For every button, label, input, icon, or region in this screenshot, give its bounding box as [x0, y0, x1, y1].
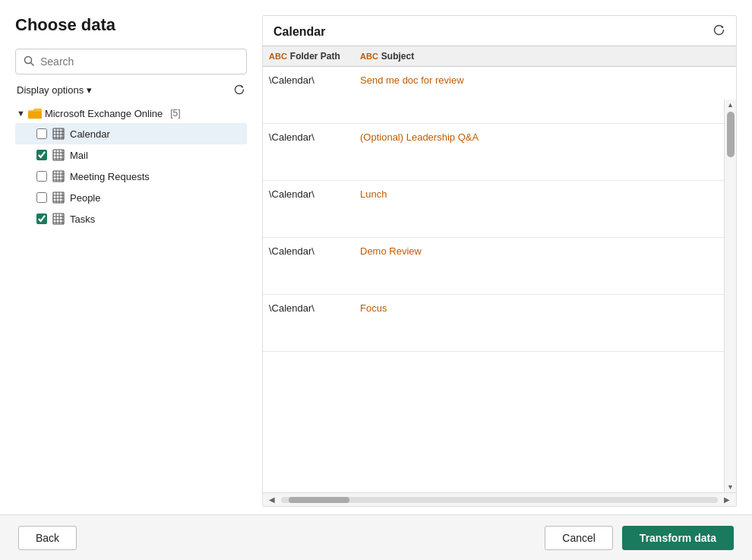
table-body: \Calendar\ Send me doc for review \Calen… — [263, 67, 736, 492]
cell-folder-path: \Calendar\ — [263, 131, 354, 143]
cell-subject: Demo Review — [354, 245, 736, 257]
scroll-up-arrow[interactable]: ▲ — [727, 100, 734, 109]
data-table: ABC Folder Path ABC Subject \Calendar\ S… — [263, 46, 736, 506]
col-header-folder-path: ABC Folder Path — [263, 51, 354, 62]
checkbox-people[interactable] — [36, 192, 47, 203]
search-icon — [24, 55, 34, 68]
left-panel: Choose data Display options ▾ — [15, 15, 247, 507]
abc-icon-subject: ABC — [360, 52, 378, 61]
display-options-button[interactable]: Display options ▾ — [17, 84, 92, 96]
scroll-track[interactable] — [281, 497, 718, 503]
tree-item-people-label: People — [70, 192, 100, 204]
checkbox-tasks[interactable] — [36, 214, 47, 224]
table-row: \Calendar\ Demo Review — [263, 238, 736, 295]
table-icon-mail — [52, 148, 65, 162]
table-header: ABC Folder Path ABC Subject — [263, 46, 736, 67]
v-scroll-thumb[interactable] — [727, 112, 735, 157]
table-icon-meeting-requests — [52, 169, 65, 183]
table-icon-calendar — [52, 127, 65, 141]
col-header-subject: ABC Subject — [354, 51, 724, 62]
col-header-folder-path-label: Folder Path — [290, 51, 340, 62]
cell-subject: Lunch — [354, 188, 736, 200]
tree-item-meeting-requests[interactable]: Meeting Requests — [15, 166, 247, 187]
table-row: \Calendar\ Lunch — [263, 181, 736, 238]
panel-refresh-button[interactable] — [713, 24, 725, 40]
tree-area: ▼ Microsoft Exchange Online [5] — [15, 103, 247, 507]
scroll-left-arrow[interactable]: ◀ — [266, 495, 278, 504]
horizontal-scrollbar[interactable]: ◀ ▶ — [263, 492, 736, 506]
table-row: \Calendar\ Focus — [263, 295, 736, 352]
cell-folder-path: \Calendar\ — [263, 74, 354, 86]
display-options-label: Display options — [17, 84, 84, 96]
search-input[interactable] — [40, 55, 239, 68]
page-title: Choose data — [15, 15, 247, 35]
right-panel: Calendar ABC Folder Path ABC Subject — [262, 15, 737, 507]
tree-item-tasks-label: Tasks — [70, 214, 95, 225]
tree-root-badge: [5] — [170, 108, 180, 119]
cell-folder-path: \Calendar\ — [263, 245, 354, 257]
checkbox-mail[interactable] — [36, 150, 47, 160]
left-panel-refresh-button[interactable] — [233, 84, 245, 96]
checkbox-meeting-requests[interactable] — [36, 171, 47, 182]
scroll-thumb[interactable] — [289, 497, 349, 503]
footer: Back Cancel Transform data — [0, 514, 752, 560]
tree-item-tasks[interactable]: Tasks — [15, 208, 247, 229]
tree-item-calendar[interactable]: Calendar — [15, 123, 247, 144]
transform-data-button[interactable]: Transform data — [622, 526, 734, 550]
display-options-row: Display options ▾ — [15, 81, 247, 99]
tree-item-mail-label: Mail — [70, 150, 88, 161]
table-icon-tasks — [52, 212, 65, 226]
cell-subject: (Optional) Leadership Q&A — [354, 131, 736, 143]
svg-line-1 — [31, 62, 34, 65]
tree-collapse-arrow: ▼ — [17, 109, 25, 118]
vertical-scrollbar[interactable]: ▲ ▼ — [724, 100, 736, 492]
cancel-button[interactable]: Cancel — [545, 526, 613, 550]
cell-subject: Send me doc for review — [354, 74, 736, 86]
svg-rect-2 — [28, 110, 42, 119]
tree-item-meeting-requests-label: Meeting Requests — [70, 171, 150, 182]
tree-item-mail[interactable]: Mail — [15, 144, 247, 166]
tree-root-label: Microsoft Exchange Online — [45, 108, 163, 119]
chevron-down-icon: ▾ — [87, 84, 92, 96]
scroll-right-arrow[interactable]: ▶ — [721, 495, 733, 504]
abc-icon-folder-path: ABC — [269, 52, 287, 61]
cell-subject: Focus — [354, 302, 736, 314]
tree-root[interactable]: ▼ Microsoft Exchange Online [5] — [15, 103, 247, 123]
table-row: \Calendar\ Send me doc for review — [263, 67, 736, 124]
v-scroll-track — [727, 109, 735, 483]
table-row: \Calendar\ (Optional) Leadership Q&A — [263, 124, 736, 181]
panel-header: Calendar — [263, 16, 736, 46]
footer-right-buttons: Cancel Transform data — [545, 526, 734, 550]
cell-folder-path: \Calendar\ — [263, 302, 354, 314]
scroll-down-arrow[interactable]: ▼ — [727, 483, 734, 492]
tree-item-calendar-label: Calendar — [70, 128, 110, 140]
col-header-subject-label: Subject — [381, 51, 414, 62]
cell-folder-path: \Calendar\ — [263, 188, 354, 200]
checkbox-calendar[interactable] — [36, 128, 47, 139]
folder-icon — [28, 106, 42, 120]
panel-title: Calendar — [273, 25, 325, 39]
table-icon-people — [52, 191, 65, 204]
tree-item-people[interactable]: People — [15, 187, 247, 208]
search-box — [15, 49, 247, 74]
back-button[interactable]: Back — [18, 526, 77, 550]
